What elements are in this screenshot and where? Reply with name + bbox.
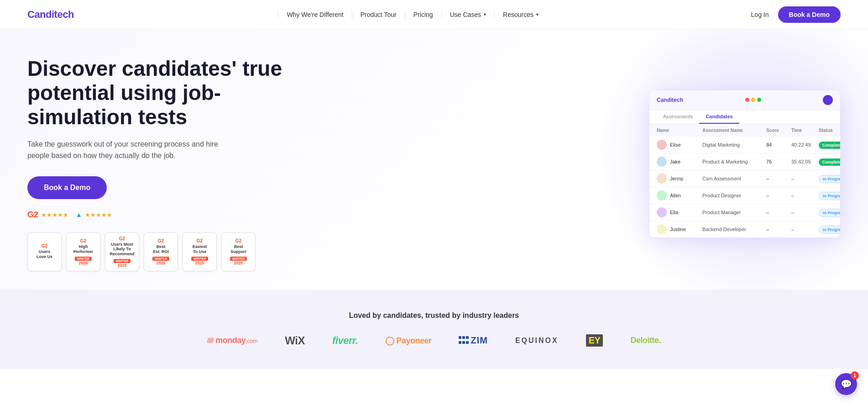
capterra-stars: ★★★★★ bbox=[85, 211, 112, 218]
hero-right: Canditech Assessments Candidates Name As… bbox=[283, 90, 841, 238]
nav-link-pricing[interactable]: Pricing bbox=[405, 11, 442, 18]
badge-users-most-likely: G2 Users MostLikely ToRecommend WINTER 2… bbox=[105, 232, 139, 271]
badge-high-performer: G2 HighPerformer WINTER 2025 bbox=[66, 232, 100, 271]
mockup-logo: Canditech bbox=[657, 97, 683, 103]
col-score: Score bbox=[766, 128, 791, 133]
status-badge: Completed bbox=[819, 158, 841, 166]
cell-status: Completed bbox=[819, 140, 841, 149]
g2-stars: ★★★★★ bbox=[41, 211, 68, 218]
login-link[interactable]: Log In bbox=[751, 11, 769, 18]
col-assessment: Assessment Name bbox=[702, 128, 766, 133]
cell-status: In Progress bbox=[819, 174, 841, 183]
nav-book-demo-button[interactable]: Book a Demo bbox=[778, 6, 841, 23]
status-badge: In Progress bbox=[819, 192, 841, 200]
cell-score: – bbox=[766, 193, 791, 198]
cell-name: Ella bbox=[657, 207, 702, 217]
avatar bbox=[657, 207, 667, 217]
chevron-down-icon: ▾ bbox=[536, 12, 539, 17]
nav-link-why-different[interactable]: Why We're Different bbox=[278, 11, 352, 18]
hero-subtitle: Take the guesswork out of your screening… bbox=[27, 138, 219, 162]
cell-time: 35:42:05 bbox=[791, 159, 819, 164]
hero-book-demo-button[interactable]: Book a Demo bbox=[27, 176, 107, 199]
logo-wix: WiX bbox=[285, 334, 305, 347]
cell-score: – bbox=[766, 210, 791, 215]
cell-assessment: Product Designer bbox=[702, 193, 766, 198]
table-row: Ella Product Manager – – In Progress bbox=[649, 204, 840, 221]
logo-zim: ZIM bbox=[459, 335, 487, 346]
tab-candidates[interactable]: Candidates bbox=[699, 110, 739, 124]
cell-score: – bbox=[766, 227, 791, 232]
col-name: Name bbox=[657, 128, 702, 133]
cell-time: 40:22:49 bbox=[791, 142, 819, 148]
nav-logo[interactable]: Canditech bbox=[27, 9, 74, 21]
cell-time: – bbox=[791, 210, 819, 215]
hero-left: Discover candidates' true potential usin… bbox=[27, 57, 283, 271]
badge-users-love-us: G2 UsersLove Us bbox=[27, 232, 62, 271]
table-row: Elise Digital Marketing 84 40:22:49 Comp… bbox=[649, 137, 840, 153]
g2-logo: G2 bbox=[27, 210, 38, 220]
cell-time: – bbox=[791, 193, 819, 198]
avatar bbox=[657, 224, 667, 234]
cell-score: 76 bbox=[766, 159, 791, 164]
dot-red bbox=[745, 98, 749, 102]
cell-time: – bbox=[791, 227, 819, 232]
nav-dropdown-use-cases[interactable]: Use Cases ▾ bbox=[442, 11, 495, 18]
cell-name: Elise bbox=[657, 140, 702, 150]
trusted-section: Loved by candidates, trusted by industry… bbox=[0, 290, 868, 369]
table-rows: Elise Digital Marketing 84 40:22:49 Comp… bbox=[649, 137, 840, 237]
logo-monday: //// monday.com bbox=[207, 336, 257, 345]
col-time: Time bbox=[791, 128, 819, 133]
cell-score: – bbox=[766, 176, 791, 181]
cell-name: Jenny bbox=[657, 174, 702, 184]
status-badge: Completed bbox=[819, 142, 841, 149]
table-row: Allen Product Designer – – In Progress bbox=[649, 187, 840, 204]
avatar bbox=[657, 140, 667, 150]
table-header: Name Assessment Name Score Time Status bbox=[649, 124, 840, 137]
trusted-logos: //// monday.com WiX fiverr. ◯ Payoneer Z… bbox=[27, 334, 841, 347]
tab-assessments[interactable]: Assessments bbox=[657, 110, 699, 124]
nav-link-product-tour[interactable]: Product Tour bbox=[352, 11, 405, 18]
nav-dropdown-resources[interactable]: Resources ▾ bbox=[495, 11, 547, 18]
logo-deloitte: Deloitte. bbox=[630, 336, 661, 345]
nav-links: Why We're Different Product Tour Pricing… bbox=[278, 11, 547, 18]
trusted-title: Loved by candidates, trusted by industry… bbox=[27, 311, 841, 320]
cell-name: Justine bbox=[657, 224, 702, 234]
cell-status: Completed bbox=[819, 157, 841, 166]
mockup-table: Name Assessment Name Score Time Status E… bbox=[649, 124, 840, 237]
cell-assessment: Backend Developer bbox=[702, 227, 766, 232]
status-badge: In Progress bbox=[819, 226, 841, 234]
table-row: Justine Backend Developer – – In Progres… bbox=[649, 221, 840, 237]
cell-name: Allen bbox=[657, 190, 702, 200]
avatar bbox=[657, 157, 667, 167]
cell-assessment: Product & Marketing bbox=[702, 159, 766, 164]
status-badge: In Progress bbox=[819, 175, 841, 183]
avatar bbox=[657, 174, 667, 184]
mockup-window-controls bbox=[745, 98, 761, 102]
logo-payoneer: ◯ Payoneer bbox=[385, 336, 431, 346]
capterra-rating: ▲ ★★★★★ bbox=[76, 211, 112, 218]
cell-status: In Progress bbox=[819, 208, 841, 217]
mockup-header: Canditech bbox=[649, 90, 840, 110]
cell-time: – bbox=[791, 176, 819, 181]
table-row: Jenny Csm Assessment – – In Progress bbox=[649, 170, 840, 187]
badge-best-support: G2 BestSupport WINTER 2025 bbox=[221, 232, 256, 271]
table-row: Jake Product & Marketing 76 35:42:05 Com… bbox=[649, 153, 840, 170]
avatar bbox=[657, 190, 667, 200]
hero-section: Discover candidates' true potential usin… bbox=[0, 29, 868, 290]
cell-assessment: Digital Marketing bbox=[702, 142, 766, 148]
dot-yellow bbox=[751, 98, 755, 102]
col-status: Status bbox=[819, 128, 841, 133]
chevron-down-icon: ▾ bbox=[484, 12, 486, 17]
cell-assessment: Product Manager bbox=[702, 210, 766, 215]
dashboard-mockup: Canditech Assessments Candidates Name As… bbox=[649, 90, 841, 238]
logo-fiverr: fiverr. bbox=[332, 335, 358, 347]
cell-name: Jake bbox=[657, 157, 702, 167]
hero-ratings: G2 ★★★★★ ▲ ★★★★★ bbox=[27, 210, 283, 220]
capterra-logo: ▲ bbox=[76, 211, 82, 218]
g2-rating: G2 ★★★★★ bbox=[27, 210, 68, 220]
cell-status: In Progress bbox=[819, 191, 841, 200]
badge-easiest-to-use: G2 EasiestTo Use WINTER 2025 bbox=[183, 232, 217, 271]
mockup-user-avatar bbox=[823, 95, 833, 105]
hero-title: Discover candidates' true potential usin… bbox=[27, 57, 283, 129]
nav-right: Log In Book a Demo bbox=[751, 6, 841, 23]
